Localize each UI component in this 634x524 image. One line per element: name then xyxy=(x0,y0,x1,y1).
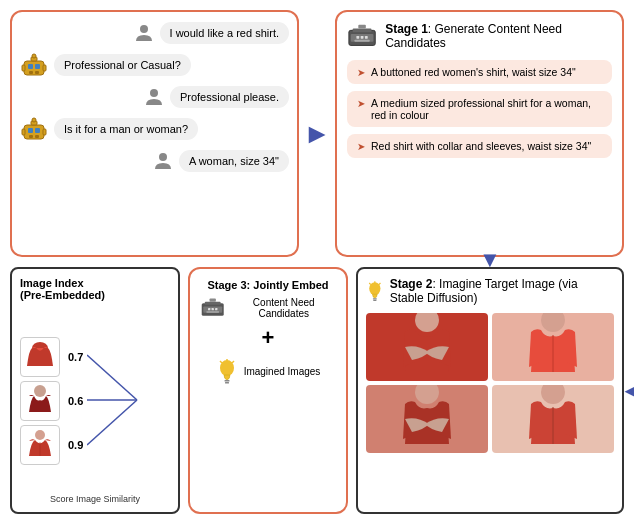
stage2-img-2 xyxy=(492,313,614,381)
svg-point-10 xyxy=(150,89,158,97)
candidate-item-2: A medium sized professional shirt for a … xyxy=(347,91,612,127)
svg-line-49 xyxy=(232,361,234,363)
img-thumb-2 xyxy=(20,381,60,421)
image-index-panel: Image Index (Pre-Embedded) xyxy=(10,267,180,514)
svg-point-20 xyxy=(159,153,167,161)
bottom-row: Image Index (Pre-Embedded) xyxy=(10,267,624,514)
svg-rect-13 xyxy=(35,128,40,133)
svg-rect-25 xyxy=(361,36,364,39)
stage2-img-3 xyxy=(366,385,488,453)
stage3-item-candidates: Content Need Candidates xyxy=(200,297,336,319)
candidate-item-3: Red shirt with collar and sleeves, waist… xyxy=(347,134,612,158)
svg-point-30 xyxy=(34,385,46,397)
chat-message-1: I would like a red shirt. xyxy=(20,22,289,44)
person-icon-3 xyxy=(153,151,173,171)
svg-rect-46 xyxy=(225,382,229,384)
svg-rect-1 xyxy=(24,61,44,75)
score-lines-container xyxy=(87,335,142,465)
svg-rect-16 xyxy=(22,129,25,135)
lightbulb-icon xyxy=(216,357,238,385)
svg-point-31 xyxy=(35,430,45,440)
img-row-2: 0.6 xyxy=(20,381,83,421)
svg-rect-43 xyxy=(210,299,216,302)
score-2: 0.6 xyxy=(68,395,83,407)
chat-message-4: Is it for a man or woman? xyxy=(20,115,289,143)
stage2-header: Stage 2: Imagine Target Image (via Stabl… xyxy=(366,277,614,305)
score-lines-svg xyxy=(87,335,142,465)
chat-message-2: Professional or Casual? xyxy=(20,51,289,79)
svg-rect-38 xyxy=(205,302,221,305)
candidate-item-1: A buttoned red women's shirt, waist size… xyxy=(347,60,612,84)
chat-text-3: Professional please. xyxy=(170,86,289,108)
stage2-image-grid xyxy=(366,313,614,453)
svg-rect-8 xyxy=(29,71,33,74)
svg-rect-2 xyxy=(28,64,33,69)
svg-rect-40 xyxy=(212,308,214,310)
score-3: 0.9 xyxy=(68,439,83,451)
chat-message-5: A woman, size 34" xyxy=(20,150,289,172)
svg-rect-3 xyxy=(35,64,40,69)
stage2-title: Stage 2: Imagine Target Image (via Stabl… xyxy=(390,277,614,305)
lightbulb-icon-2 xyxy=(366,277,384,305)
svg-rect-41 xyxy=(215,308,217,310)
svg-rect-45 xyxy=(224,380,229,382)
svg-rect-39 xyxy=(208,308,210,310)
svg-rect-28 xyxy=(358,25,366,29)
svg-rect-27 xyxy=(355,40,370,42)
image-index-title: Image Index (Pre-Embedded) xyxy=(20,277,170,301)
robot-icon-1 xyxy=(20,51,48,79)
chat-text-1: I would like a red shirt. xyxy=(160,22,289,44)
stage2-panel: Stage 2: Imagine Target Image (via Stabl… xyxy=(356,267,624,514)
stage2-img-4 xyxy=(492,385,614,453)
svg-rect-18 xyxy=(29,135,33,138)
stage3-item-images: Imagined Images xyxy=(216,357,321,385)
chat-text-5: A woman, size 34" xyxy=(179,150,289,172)
typewriter-icon-2 xyxy=(200,297,225,319)
svg-line-33 xyxy=(87,355,137,400)
stage3-panel: Stage 3: Jointly Embed Content Need Cand… xyxy=(188,267,348,514)
svg-point-5 xyxy=(32,54,36,58)
svg-rect-42 xyxy=(206,311,219,313)
svg-line-48 xyxy=(220,361,222,363)
svg-rect-24 xyxy=(356,36,359,39)
chat-message-3: Professional please. xyxy=(20,86,289,108)
svg-point-57 xyxy=(541,313,565,332)
plus-sign: + xyxy=(262,325,275,351)
img-thumb-3 xyxy=(20,425,60,465)
stage1-title: Stage 1: Generate Content Need Candidate… xyxy=(385,22,612,50)
svg-point-59 xyxy=(415,385,439,404)
svg-rect-19 xyxy=(35,135,39,138)
stage1-panel: Stage 1: Generate Content Need Candidate… xyxy=(335,10,624,257)
svg-rect-17 xyxy=(43,129,46,135)
svg-rect-9 xyxy=(35,71,39,74)
chat-to-stage1-arrow: ► xyxy=(299,10,335,257)
svg-rect-26 xyxy=(365,36,368,39)
svg-point-60 xyxy=(541,385,565,404)
img-row-1: 0.7 xyxy=(20,337,83,377)
stage3-title: Stage 3: Jointly Embed xyxy=(207,279,328,291)
img-row-3: 0.9 xyxy=(20,425,83,465)
svg-point-56 xyxy=(415,313,439,332)
svg-rect-6 xyxy=(22,65,25,71)
svg-point-15 xyxy=(32,118,36,122)
score-similarity-label: Score Image Similarity xyxy=(20,494,170,504)
robot-icon-2 xyxy=(20,115,48,143)
score-1: 0.7 xyxy=(68,351,83,363)
stage2-img-1 xyxy=(366,313,488,381)
svg-rect-23 xyxy=(353,28,372,32)
chat-text-4: Is it for a man or woman? xyxy=(54,118,198,140)
person-icon-1 xyxy=(134,23,154,43)
svg-line-54 xyxy=(369,283,371,285)
svg-rect-51 xyxy=(373,298,377,299)
svg-rect-11 xyxy=(24,125,44,139)
person-icon-2 xyxy=(144,87,164,107)
stage1-to-stage2-arrow: ▼ xyxy=(479,247,501,273)
svg-rect-7 xyxy=(43,65,46,71)
chat-text-2: Professional or Casual? xyxy=(54,54,191,76)
svg-point-0 xyxy=(140,25,148,33)
img-thumb-1 xyxy=(20,337,60,377)
chat-panel: I would like a red shirt. xyxy=(10,10,299,257)
svg-rect-52 xyxy=(373,300,376,301)
stage1-header: Stage 1: Generate Content Need Candidate… xyxy=(347,22,612,50)
svg-rect-12 xyxy=(28,128,33,133)
